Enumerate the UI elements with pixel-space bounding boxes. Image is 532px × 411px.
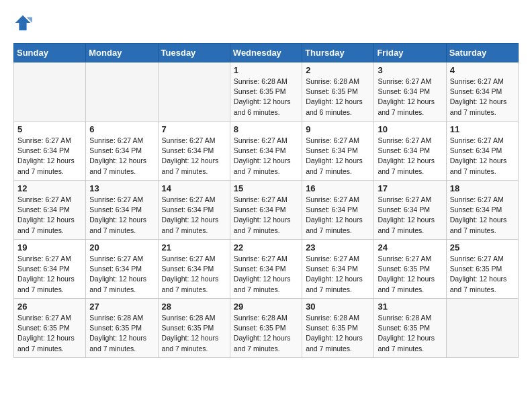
day-content: Sunrise: 6:27 AM Sunset: 6:34 PM Dayligh… [89, 254, 154, 295]
calendar-cell: 14Sunrise: 6:27 AM Sunset: 6:34 PM Dayli… [158, 181, 230, 240]
day-content: Sunrise: 6:27 AM Sunset: 6:34 PM Dayligh… [450, 77, 515, 118]
day-number: 10 [378, 124, 442, 134]
calendar-cell: 27Sunrise: 6:28 AM Sunset: 6:35 PM Dayli… [86, 299, 158, 358]
calendar-cell: 1Sunrise: 6:28 AM Sunset: 6:35 PM Daylig… [230, 62, 302, 122]
day-number: 4 [450, 65, 515, 75]
calendar-cell: 7Sunrise: 6:27 AM Sunset: 6:34 PM Daylig… [158, 122, 230, 181]
day-content: Sunrise: 6:27 AM Sunset: 6:34 PM Dayligh… [378, 195, 442, 236]
day-content: Sunrise: 6:27 AM Sunset: 6:34 PM Dayligh… [306, 136, 370, 177]
calendar-cell: 15Sunrise: 6:27 AM Sunset: 6:34 PM Dayli… [230, 181, 302, 240]
day-content: Sunrise: 6:27 AM Sunset: 6:34 PM Dayligh… [17, 254, 82, 295]
day-number: 3 [378, 65, 442, 75]
calendar-cell [86, 62, 158, 122]
calendar-cell: 8Sunrise: 6:27 AM Sunset: 6:34 PM Daylig… [230, 122, 302, 181]
day-number: 29 [234, 302, 298, 312]
col-header-sunday: Sunday [14, 44, 86, 62]
day-content: Sunrise: 6:27 AM Sunset: 6:34 PM Dayligh… [17, 195, 82, 236]
calendar-cell: 5Sunrise: 6:27 AM Sunset: 6:34 PM Daylig… [14, 122, 86, 181]
calendar-cell: 3Sunrise: 6:27 AM Sunset: 6:34 PM Daylig… [374, 62, 446, 122]
day-number: 19 [17, 242, 82, 253]
day-number: 31 [378, 302, 442, 312]
day-number: 14 [162, 183, 226, 193]
day-number: 23 [306, 242, 370, 253]
day-content: Sunrise: 6:28 AM Sunset: 6:35 PM Dayligh… [378, 313, 442, 354]
calendar-cell: 20Sunrise: 6:27 AM Sunset: 6:34 PM Dayli… [86, 240, 158, 299]
calendar-body: 1Sunrise: 6:28 AM Sunset: 6:35 PM Daylig… [14, 62, 519, 358]
calendar-cell: 11Sunrise: 6:27 AM Sunset: 6:34 PM Dayli… [446, 122, 518, 181]
calendar-cell: 31Sunrise: 6:28 AM Sunset: 6:35 PM Dayli… [374, 299, 446, 358]
day-content: Sunrise: 6:27 AM Sunset: 6:34 PM Dayligh… [162, 195, 226, 236]
calendar-cell: 18Sunrise: 6:27 AM Sunset: 6:34 PM Dayli… [446, 181, 518, 240]
day-content: Sunrise: 6:27 AM Sunset: 6:34 PM Dayligh… [162, 254, 226, 295]
day-number: 24 [378, 242, 442, 253]
calendar-table: SundayMondayTuesdayWednesdayThursdayFrid… [13, 43, 519, 358]
day-content: Sunrise: 6:28 AM Sunset: 6:35 PM Dayligh… [306, 77, 370, 118]
day-content: Sunrise: 6:27 AM Sunset: 6:34 PM Dayligh… [450, 136, 515, 177]
page-header [13, 13, 519, 32]
day-number: 28 [162, 302, 226, 312]
calendar-cell: 26Sunrise: 6:27 AM Sunset: 6:35 PM Dayli… [14, 299, 86, 358]
day-number: 1 [234, 65, 298, 75]
calendar-cell: 13Sunrise: 6:27 AM Sunset: 6:34 PM Dayli… [86, 181, 158, 240]
day-content: Sunrise: 6:27 AM Sunset: 6:34 PM Dayligh… [378, 136, 442, 177]
calendar-cell: 4Sunrise: 6:27 AM Sunset: 6:34 PM Daylig… [446, 62, 518, 122]
calendar-cell: 30Sunrise: 6:28 AM Sunset: 6:35 PM Dayli… [302, 299, 374, 358]
day-number: 8 [234, 124, 298, 134]
day-number: 2 [306, 65, 370, 75]
calendar-cell: 24Sunrise: 6:27 AM Sunset: 6:35 PM Dayli… [374, 240, 446, 299]
calendar-cell: 22Sunrise: 6:27 AM Sunset: 6:34 PM Dayli… [230, 240, 302, 299]
day-content: Sunrise: 6:27 AM Sunset: 6:35 PM Dayligh… [378, 254, 442, 295]
day-content: Sunrise: 6:27 AM Sunset: 6:34 PM Dayligh… [89, 195, 154, 236]
day-number: 30 [306, 302, 370, 312]
day-content: Sunrise: 6:27 AM Sunset: 6:34 PM Dayligh… [17, 136, 82, 177]
col-header-wednesday: Wednesday [230, 44, 302, 62]
day-number: 9 [306, 124, 370, 134]
calendar-cell: 9Sunrise: 6:27 AM Sunset: 6:34 PM Daylig… [302, 122, 374, 181]
day-number: 21 [162, 242, 226, 253]
calendar-cell [14, 62, 86, 122]
day-content: Sunrise: 6:27 AM Sunset: 6:34 PM Dayligh… [306, 195, 370, 236]
day-content: Sunrise: 6:27 AM Sunset: 6:34 PM Dayligh… [162, 136, 226, 177]
day-content: Sunrise: 6:27 AM Sunset: 6:34 PM Dayligh… [234, 136, 298, 177]
col-header-thursday: Thursday [302, 44, 374, 62]
calendar-cell: 29Sunrise: 6:28 AM Sunset: 6:35 PM Dayli… [230, 299, 302, 358]
day-number: 6 [89, 124, 154, 134]
day-content: Sunrise: 6:28 AM Sunset: 6:35 PM Dayligh… [162, 313, 226, 354]
calendar-header: SundayMondayTuesdayWednesdayThursdayFrid… [14, 44, 519, 62]
calendar-cell: 19Sunrise: 6:27 AM Sunset: 6:34 PM Dayli… [14, 240, 86, 299]
day-content: Sunrise: 6:27 AM Sunset: 6:34 PM Dayligh… [450, 195, 515, 236]
day-number: 22 [234, 242, 298, 253]
day-number: 20 [89, 242, 154, 253]
day-number: 16 [306, 183, 370, 193]
day-content: Sunrise: 6:27 AM Sunset: 6:34 PM Dayligh… [89, 136, 154, 177]
day-content: Sunrise: 6:27 AM Sunset: 6:35 PM Dayligh… [17, 313, 82, 354]
calendar-week-3: 12Sunrise: 6:27 AM Sunset: 6:34 PM Dayli… [14, 181, 519, 240]
day-content: Sunrise: 6:27 AM Sunset: 6:34 PM Dayligh… [234, 254, 298, 295]
day-content: Sunrise: 6:27 AM Sunset: 6:34 PM Dayligh… [306, 254, 370, 295]
day-number: 12 [17, 183, 82, 193]
calendar-week-2: 5Sunrise: 6:27 AM Sunset: 6:34 PM Daylig… [14, 122, 519, 181]
day-content: Sunrise: 6:28 AM Sunset: 6:35 PM Dayligh… [89, 313, 154, 354]
day-number: 11 [450, 124, 515, 134]
col-header-friday: Friday [374, 44, 446, 62]
calendar-week-5: 26Sunrise: 6:27 AM Sunset: 6:35 PM Dayli… [14, 299, 519, 358]
day-content: Sunrise: 6:28 AM Sunset: 6:35 PM Dayligh… [234, 313, 298, 354]
day-number: 5 [17, 124, 82, 134]
calendar-week-4: 19Sunrise: 6:27 AM Sunset: 6:34 PM Dayli… [14, 240, 519, 299]
calendar-cell: 2Sunrise: 6:28 AM Sunset: 6:35 PM Daylig… [302, 62, 374, 122]
col-header-monday: Monday [86, 44, 158, 62]
day-content: Sunrise: 6:28 AM Sunset: 6:35 PM Dayligh… [306, 313, 370, 354]
day-number: 13 [89, 183, 154, 193]
day-content: Sunrise: 6:28 AM Sunset: 6:35 PM Dayligh… [234, 77, 298, 118]
calendar-cell: 25Sunrise: 6:27 AM Sunset: 6:35 PM Dayli… [446, 240, 518, 299]
col-header-tuesday: Tuesday [158, 44, 230, 62]
col-header-saturday: Saturday [446, 44, 518, 62]
calendar-week-1: 1Sunrise: 6:28 AM Sunset: 6:35 PM Daylig… [14, 62, 519, 122]
day-number: 25 [450, 242, 515, 253]
day-content: Sunrise: 6:27 AM Sunset: 6:35 PM Dayligh… [450, 254, 515, 295]
logo-icon [13, 13, 32, 32]
day-number: 15 [234, 183, 298, 193]
calendar-cell [446, 299, 518, 358]
day-content: Sunrise: 6:27 AM Sunset: 6:34 PM Dayligh… [234, 195, 298, 236]
day-number: 18 [450, 183, 515, 193]
